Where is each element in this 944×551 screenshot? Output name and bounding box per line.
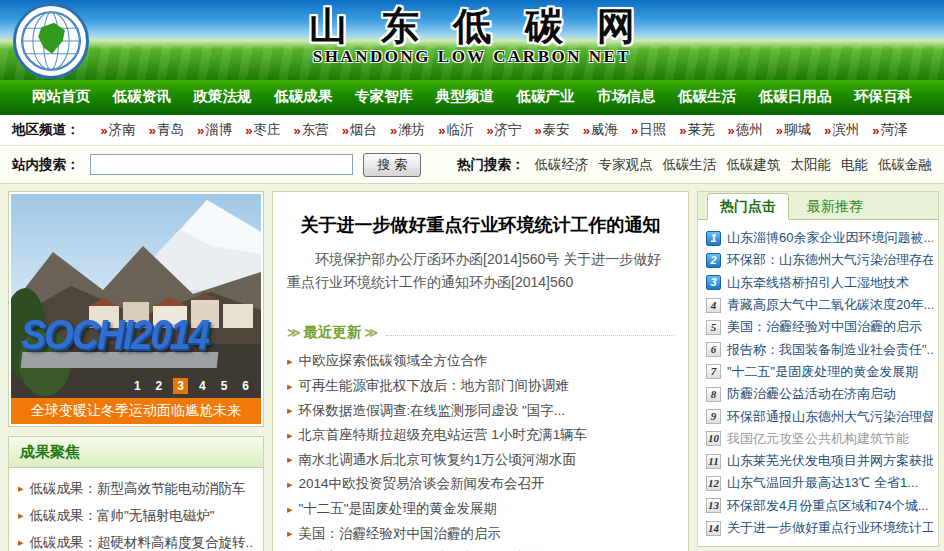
city-link-linyi[interactable]: »临沂 [438, 121, 473, 139]
city-link-liaocheng[interactable]: »聊城 [776, 121, 811, 139]
hot-keyword-experts[interactable]: 专家观点 [599, 156, 653, 174]
list-item[interactable]: ▸青藏高原大气中二氧化碳浓度20年增长近10% [287, 546, 674, 551]
city-link-jinan[interactable]: »济南 [101, 121, 136, 139]
arrow-icon: » [728, 123, 735, 138]
arrow-icon: » [245, 123, 252, 138]
list-item[interactable]: 14关于进一步做好重点行业环境统计工... [706, 517, 933, 539]
carousel-caption[interactable]: 全球变暖让冬季运动面临尴尬未来 [11, 398, 261, 424]
right-column: 热门点击 最新推荐 1山东淄博60余家企业因环境问题被... 2环保部：山东德州… [697, 191, 939, 547]
nav-item-policy[interactable]: 政策法规 [194, 87, 252, 106]
arrow-icon: » [293, 123, 300, 138]
pager-6[interactable]: 6 [238, 378, 253, 394]
search-button[interactable]: 搜 索 [363, 153, 421, 177]
arrow-icon: » [149, 123, 156, 138]
city-link-zaozhuang[interactable]: »枣庄 [245, 121, 280, 139]
list-item[interactable]: ▸可再生能源审批权下放后：地方部门间协调难 [287, 374, 674, 399]
list-item[interactable]: ▸低碳成果：超硬材料高精度复合旋转... [18, 529, 254, 551]
hot-keyword-building[interactable]: 低碳建筑 [727, 156, 781, 174]
list-item[interactable]: 3山东牵线搭桥招引人工湿地技术 [706, 272, 933, 294]
list-item[interactable]: 7"十二五"是固废处理的黄金发展期 [706, 361, 933, 383]
recent-updates-title: 最近更新 [304, 323, 362, 342]
site-logo[interactable] [13, 3, 89, 79]
list-item[interactable]: ▸低碳成果：新型高效节能电动消防车 [18, 475, 254, 502]
pager-1[interactable]: 1 [130, 378, 145, 394]
city-link-qingdao[interactable]: »青岛 [149, 121, 184, 139]
city-link-dezhou[interactable]: »德州 [728, 121, 763, 139]
pager-2[interactable]: 2 [152, 378, 167, 394]
nav-item-life[interactable]: 低碳生活 [678, 87, 736, 106]
city-link-laiwu[interactable]: »莱芜 [679, 121, 714, 139]
nav-item-achievements[interactable]: 低碳成果 [274, 87, 332, 106]
list-item[interactable]: 6报告称：我国装备制造业社会责任"... [706, 338, 933, 360]
bullet-icon: ▸ [18, 509, 24, 522]
chevrons-icon: ≫ [365, 325, 379, 340]
list-item[interactable]: 8防霾治霾公益活动在济南启动 [706, 383, 933, 405]
hot-keyword-solar[interactable]: 太阳能 [791, 156, 832, 174]
list-item[interactable]: ▸美国：治霾经验对中国治霾的启示 [287, 521, 674, 546]
photo-scene [11, 194, 261, 398]
photo-sochi-text: SOCHI2014 [21, 310, 208, 358]
globe-icon [19, 9, 83, 73]
hot-keyword-electric[interactable]: 电能 [841, 156, 868, 174]
nav-item-news[interactable]: 低碳资讯 [113, 87, 171, 106]
nav-item-encyclopedia[interactable]: 环保百科 [854, 87, 912, 106]
bullet-icon: ▸ [287, 355, 293, 368]
nav-item-daily-goods[interactable]: 低碳日用品 [759, 87, 832, 106]
list-item[interactable]: ▸中欧应探索低碳领域全方位合作 [287, 349, 674, 374]
bullet-icon: ▸ [287, 478, 293, 491]
bullet-icon: ▸ [287, 527, 293, 540]
arrow-icon: » [872, 123, 879, 138]
list-item[interactable]: 9环保部通报山东德州大气污染治理督... [706, 405, 933, 427]
city-link-taian[interactable]: »泰安 [535, 121, 570, 139]
list-item[interactable]: 5美国：治霾经验对中国治霾的启示 [706, 316, 933, 338]
city-link-binzhou[interactable]: »滨州 [824, 121, 859, 139]
hot-keyword-economy[interactable]: 低碳经济 [535, 156, 589, 174]
list-item[interactable]: ▸2014中欧投资贸易洽谈会新闻发布会召开 [287, 472, 674, 497]
list-item[interactable]: ▸北京首座特斯拉超级充电站运营 1小时充满1辆车 [287, 423, 674, 448]
city-link-weihai[interactable]: »威海 [583, 121, 618, 139]
hot-keyword-finance[interactable]: 低碳金融 [878, 156, 932, 174]
city-link-dongying[interactable]: »东营 [293, 121, 328, 139]
city-link-heze[interactable]: »菏泽 [872, 121, 907, 139]
results-panel-title: 成果聚焦 [9, 437, 263, 468]
hot-keyword-life[interactable]: 低碳生活 [663, 156, 717, 174]
list-item[interactable]: 2环保部：山东德州大气污染治理存在... [706, 249, 933, 271]
pager-5[interactable]: 5 [217, 378, 232, 394]
list-item[interactable]: 10我国亿元攻坚公共机构建筑节能 [706, 428, 933, 450]
arrow-icon: » [438, 123, 445, 138]
rank-badge: 6 [706, 342, 721, 357]
nav-item-experts[interactable]: 专家智库 [355, 87, 413, 106]
list-item[interactable]: 4青藏高原大气中二氧化碳浓度20年... [706, 294, 933, 316]
rank-badge: 12 [706, 476, 721, 491]
city-link-zibo[interactable]: »淄博 [197, 121, 232, 139]
city-link-weifang[interactable]: »潍坊 [390, 121, 425, 139]
city-link-jining[interactable]: »济宁 [486, 121, 521, 139]
tab-hot-clicks[interactable]: 热门点击 [707, 193, 789, 220]
nav-item-industry[interactable]: 低碳产业 [517, 87, 575, 106]
list-item[interactable]: 11山东莱芜光伏发电项目并网方案获批... [706, 450, 933, 472]
carousel-photo[interactable]: SOCHI2014 1 2 3 4 5 6 [11, 194, 261, 398]
list-item[interactable]: ▸南水北调通水后北京可恢复约1万公顷河湖水面 [287, 448, 674, 473]
nav-item-home[interactable]: 网站首页 [32, 87, 90, 106]
list-item[interactable]: 12山东气温回升最高达13℃ 全省1... [706, 472, 933, 494]
hot-tabs: 热门点击 最新推荐 [698, 192, 938, 220]
pager-3-active[interactable]: 3 [173, 378, 188, 394]
nav-item-channels[interactable]: 典型频道 [436, 87, 494, 106]
list-item[interactable]: 1山东淄博60余家企业因环境问题被... [706, 227, 933, 249]
hot-search-label: 热门搜索： [457, 156, 525, 174]
pager-4[interactable]: 4 [195, 378, 210, 394]
list-item[interactable]: 13环保部发4月份重点区域和74个城... [706, 495, 933, 517]
list-item[interactable]: ▸低碳成果：富帅"无辐射电磁炉" [18, 502, 254, 529]
tab-latest-recommend[interactable]: 最新推荐 [795, 194, 875, 219]
search-input[interactable] [90, 154, 354, 175]
city-link-rizhao[interactable]: »日照 [631, 121, 666, 139]
list-item[interactable]: ▸"十二五"是固废处理的黄金发展期 [287, 497, 674, 522]
featured-article-title[interactable]: 关于进一步做好重点行业环境统计工作的通知 [287, 213, 674, 237]
middle-column: 关于进一步做好重点行业环境统计工作的通知 环境保护部办公厅函环办函[2014]5… [272, 191, 689, 551]
list-item[interactable]: ▸环保数据造假调查:在线监测形同虚设 "国字... [287, 398, 674, 423]
arrow-icon: » [824, 123, 831, 138]
city-link-yantai[interactable]: »烟台 [342, 121, 377, 139]
bullet-icon: ▸ [287, 380, 293, 393]
arrow-icon: » [535, 123, 542, 138]
nav-item-market[interactable]: 市场信息 [597, 87, 655, 106]
